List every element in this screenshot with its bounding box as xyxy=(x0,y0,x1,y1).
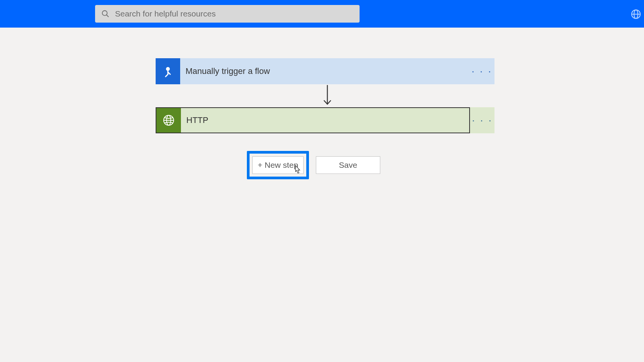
http-action-title: HTTP xyxy=(181,108,469,133)
trigger-title: Manually trigger a flow xyxy=(180,58,469,84)
new-step-button[interactable]: + New step xyxy=(252,156,304,174)
touch-pointer-icon xyxy=(160,64,176,79)
trigger-card[interactable]: Manually trigger a flow · · · xyxy=(156,58,495,84)
save-button[interactable]: Save xyxy=(316,156,380,174)
http-action-card[interactable]: HTTP · · · xyxy=(156,107,495,133)
flow-action-buttons: + New step Save xyxy=(247,151,380,179)
global-search-box[interactable]: Search for helpful resources xyxy=(95,5,360,23)
svg-point-0 xyxy=(102,11,107,16)
environment-icon[interactable] xyxy=(630,8,642,20)
arrow-down-icon xyxy=(323,84,332,107)
trigger-more-menu[interactable]: · · · xyxy=(469,58,495,84)
search-placeholder: Search for helpful resources xyxy=(115,9,216,18)
globe-icon xyxy=(162,113,176,127)
http-more-menu[interactable]: · · · xyxy=(470,107,495,133)
top-header-bar: Search for helpful resources xyxy=(0,0,644,28)
flow-designer-canvas[interactable]: Manually trigger a flow · · · HTTP · · · xyxy=(0,28,644,362)
trigger-icon-container xyxy=(156,58,180,84)
http-icon-container xyxy=(156,108,181,133)
http-card-main[interactable]: HTTP xyxy=(156,107,470,133)
new-step-highlight-box: + New step xyxy=(247,151,309,179)
search-icon xyxy=(101,10,110,18)
svg-line-1 xyxy=(107,15,109,17)
flow-connector-arrow[interactable] xyxy=(323,84,332,107)
